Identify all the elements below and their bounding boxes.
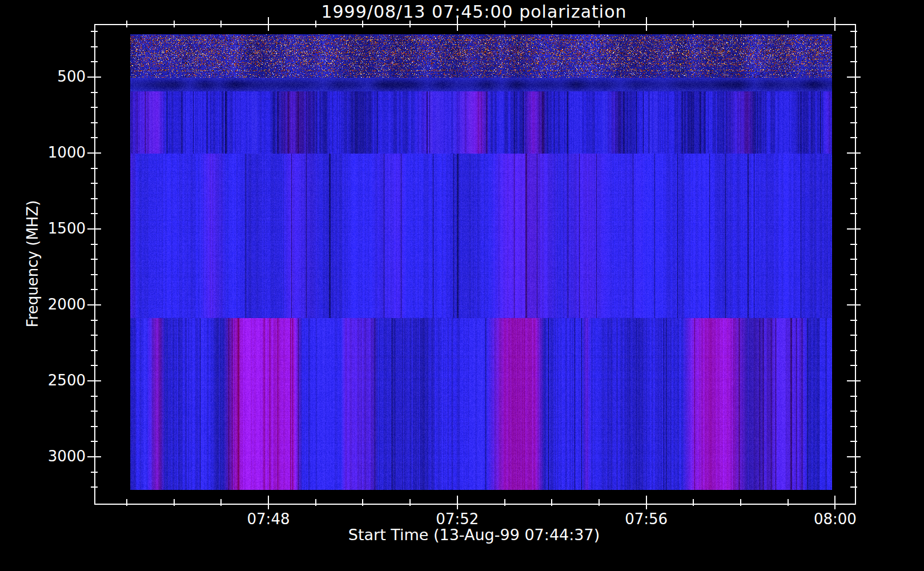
x-minor-tick-bottom <box>174 499 175 506</box>
y-minor-tick-left <box>91 486 98 488</box>
y-minor-tick-left <box>91 259 98 260</box>
y-minor-tick-left <box>91 137 98 138</box>
y-minor-tick-right <box>850 441 857 442</box>
x-major-tick-top <box>834 17 835 31</box>
y-major-tick-left <box>87 152 101 154</box>
y-minor-tick-right <box>850 274 857 275</box>
y-minor-tick-left <box>91 274 98 275</box>
x-minor-tick-bottom <box>551 499 552 506</box>
y-minor-tick-right <box>850 365 857 366</box>
x-minor-tick-top <box>693 21 694 27</box>
y-minor-tick-right <box>850 92 857 93</box>
y-tick-label: 2500 <box>23 372 86 389</box>
y-minor-tick-left <box>91 92 98 93</box>
y-minor-tick-left <box>91 426 98 427</box>
y-minor-tick-left <box>91 441 98 442</box>
y-major-tick-left <box>87 456 101 457</box>
x-minor-tick-bottom <box>315 499 316 506</box>
x-minor-tick-top <box>220 21 222 27</box>
y-minor-tick-right <box>850 46 857 47</box>
y-minor-tick-right <box>850 259 857 260</box>
y-minor-tick-right <box>850 350 857 351</box>
y-major-tick-left <box>87 380 101 381</box>
y-minor-tick-left <box>91 61 98 62</box>
y-tick-label: 2000 <box>23 296 86 313</box>
y-major-tick-left <box>87 304 101 305</box>
y-minor-tick-left <box>91 365 98 366</box>
x-minor-tick-top <box>504 21 505 27</box>
y-minor-tick-right <box>850 244 857 245</box>
x-minor-tick-bottom <box>788 499 789 506</box>
y-tick-label: 1500 <box>23 220 86 237</box>
y-minor-tick-right <box>850 426 857 427</box>
x-minor-tick-top <box>174 21 175 27</box>
y-minor-tick-right <box>850 396 857 397</box>
y-major-tick-right <box>847 152 861 154</box>
y-minor-tick-left <box>91 31 98 32</box>
x-tick-label: 07:48 <box>228 510 308 528</box>
y-minor-tick-right <box>850 122 857 123</box>
x-major-tick-top <box>646 17 647 31</box>
x-major-tick-top <box>457 17 458 31</box>
y-minor-tick-left <box>91 122 98 123</box>
x-minor-tick-top <box>315 21 316 27</box>
y-axis-label: Frequency (MHZ) <box>24 144 41 384</box>
y-major-tick-left <box>87 228 101 230</box>
y-minor-tick-left <box>91 320 98 321</box>
x-major-tick-top <box>268 17 269 31</box>
y-minor-tick-right <box>850 183 857 184</box>
y-tick-label: 3000 <box>23 448 86 465</box>
y-major-tick-right <box>847 304 861 305</box>
x-minor-tick-bottom <box>362 499 363 506</box>
x-minor-tick-top <box>409 21 411 27</box>
x-minor-tick-top <box>598 21 600 27</box>
x-minor-tick-top <box>551 21 552 27</box>
y-minor-tick-right <box>850 213 857 214</box>
y-minor-tick-right <box>850 107 857 108</box>
y-minor-tick-left <box>91 198 98 199</box>
x-major-tick-bottom <box>268 496 269 509</box>
y-minor-tick-right <box>850 137 857 138</box>
y-major-tick-left <box>87 77 101 78</box>
y-minor-tick-right <box>850 31 857 32</box>
y-major-tick-right <box>847 380 861 381</box>
y-minor-tick-left <box>91 46 98 47</box>
y-tick-label: 500 <box>23 68 86 85</box>
chart-title: 1999/08/13 07:45:00 polarization <box>94 2 854 22</box>
y-minor-tick-right <box>850 61 857 62</box>
y-minor-tick-left <box>91 335 98 336</box>
x-tick-label: 08:00 <box>795 510 875 528</box>
x-minor-tick-bottom <box>504 499 505 506</box>
x-minor-tick-top <box>788 21 789 27</box>
y-minor-tick-left <box>91 107 98 108</box>
y-tick-label: 1000 <box>23 144 86 161</box>
y-minor-tick-right <box>850 289 857 290</box>
y-minor-tick-left <box>91 350 98 351</box>
y-minor-tick-left <box>91 472 98 473</box>
y-minor-tick-right <box>850 168 857 169</box>
spectrogram-image <box>130 34 832 490</box>
x-minor-tick-bottom <box>740 499 741 506</box>
y-minor-tick-left <box>91 168 98 169</box>
x-tick-label: 07:52 <box>417 510 497 528</box>
y-minor-tick-right <box>850 198 857 199</box>
x-major-tick-bottom <box>646 496 647 509</box>
y-minor-tick-left <box>91 411 98 412</box>
x-axis-label: Start Time (13-Aug-99 07:44:37) <box>94 526 854 544</box>
y-minor-tick-left <box>91 244 98 245</box>
y-minor-tick-right <box>850 335 857 336</box>
x-minor-tick-bottom <box>126 499 127 506</box>
x-minor-tick-top <box>126 21 127 27</box>
y-major-tick-right <box>847 228 861 230</box>
y-major-tick-right <box>847 77 861 78</box>
x-major-tick-bottom <box>457 496 458 509</box>
x-minor-tick-top <box>740 21 741 27</box>
y-major-tick-right <box>847 456 861 457</box>
y-minor-tick-left <box>91 213 98 214</box>
y-minor-tick-left <box>91 289 98 290</box>
x-minor-tick-bottom <box>409 499 411 506</box>
x-minor-tick-bottom <box>598 499 600 506</box>
y-minor-tick-left <box>91 396 98 397</box>
y-minor-tick-right <box>850 486 857 488</box>
x-minor-tick-bottom <box>693 499 694 506</box>
